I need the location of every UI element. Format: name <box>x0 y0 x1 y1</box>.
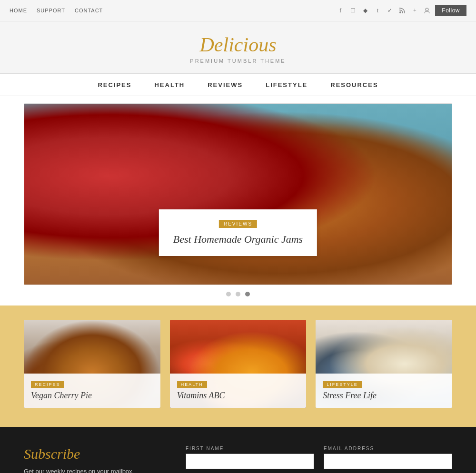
nav-contact[interactable]: CONTACT <box>75 8 103 13</box>
subscribe-left: Subscribe Get our weekly recipes on your… <box>24 446 157 473</box>
nav-reviews[interactable]: REVIEWS <box>208 81 243 89</box>
dot-3[interactable] <box>245 292 250 296</box>
rss-icon[interactable] <box>398 6 407 15</box>
top-nav: HOME SUPPORT CONTACT <box>10 8 103 13</box>
nav-home[interactable]: HOME <box>10 8 27 13</box>
card-overlay-vitamins: HEALTH Vitamins ABC <box>170 374 307 408</box>
subscribe-title: Subscribe <box>24 446 157 462</box>
card-title-lifestyle: Stress Free Life <box>323 391 445 401</box>
tumblr-icon[interactable]: t <box>373 6 382 15</box>
featured-section: RECIPES Vegan Cherry Pie HEALTH Vitamins… <box>0 305 476 427</box>
subscribe-form: FIRST NAME EMAIL ADDRESS SUBSCRIBE <box>186 446 452 473</box>
firstname-input[interactable] <box>186 453 314 469</box>
site-header: Delicious PREMIUM TUMBLR THEME <box>0 21 476 73</box>
hero-container: REVIEWS Best Homemade Organic Jams <box>24 103 452 285</box>
firstname-label: FIRST NAME <box>186 446 314 451</box>
featured-card-vitamins[interactable]: HEALTH Vitamins ABC <box>170 320 307 408</box>
nav-lifestyle[interactable]: LIFESTYLE <box>266 81 307 89</box>
featured-card-lifestyle[interactable]: LIFESTYLE Stress Free Life <box>316 320 452 408</box>
svg-point-0 <box>399 11 401 13</box>
card-overlay-lifestyle: LIFESTYLE Stress Free Life <box>316 374 452 408</box>
nav-recipes[interactable]: RECIPES <box>98 81 131 89</box>
hero-category-badge: REVIEWS <box>219 220 257 228</box>
email-label: EMAIL ADDRESS <box>324 446 452 451</box>
dot-1[interactable] <box>226 292 231 296</box>
nav-health[interactable]: HEALTH <box>154 81 185 89</box>
card-overlay-pie: RECIPES Vegan Cherry Pie <box>24 374 160 408</box>
pinterest-icon[interactable]: ◆ <box>361 6 369 15</box>
card-title-vitamins: Vitamins ABC <box>177 391 299 401</box>
nav-support[interactable]: SUPPORT <box>37 8 65 13</box>
user-icon[interactable] <box>423 6 431 15</box>
firstname-group: FIRST NAME <box>186 446 314 469</box>
subscribe-description: Get our weekly recipes on your mailbox. … <box>24 467 157 473</box>
top-bar: HOME SUPPORT CONTACT f ☐ ◆ t ✓ + Follow <box>0 0 476 21</box>
hero-section: REVIEWS Best Homemade Organic Jams <box>0 96 476 305</box>
hero-image: REVIEWS Best Homemade Organic Jams <box>24 104 452 285</box>
site-title: Delicious <box>10 33 466 56</box>
svg-point-1 <box>426 8 428 11</box>
card-category-lifestyle: LIFESTYLE <box>323 381 362 388</box>
featured-grid: RECIPES Vegan Cherry Pie HEALTH Vitamins… <box>24 320 452 408</box>
card-category-health: HEALTH <box>177 381 207 388</box>
facebook-icon[interactable]: f <box>336 6 345 15</box>
twitter-icon[interactable]: ✓ <box>386 6 394 15</box>
card-category-recipes: RECIPES <box>31 381 64 388</box>
form-row: FIRST NAME EMAIL ADDRESS <box>186 446 452 469</box>
email-input[interactable] <box>324 453 452 469</box>
card-title-pie: Vegan Cherry Pie <box>31 391 153 401</box>
dot-2[interactable] <box>236 292 240 296</box>
featured-card-pie[interactable]: RECIPES Vegan Cherry Pie <box>24 320 160 408</box>
hero-title: Best Homemade Organic Jams <box>173 233 303 246</box>
instagram-icon[interactable]: ☐ <box>348 6 357 15</box>
nav-resources[interactable]: RESOURCES <box>330 81 378 89</box>
top-icons: f ☐ ◆ t ✓ + Follow <box>336 5 466 16</box>
site-subtitle: PREMIUM TUMBLR THEME <box>10 58 466 64</box>
subscribe-section: Subscribe Get our weekly recipes on your… <box>0 427 476 473</box>
slider-dots <box>24 285 452 301</box>
follow-button[interactable]: Follow <box>435 5 466 16</box>
email-group: EMAIL ADDRESS <box>324 446 452 469</box>
main-nav: RECIPES HEALTH REVIEWS LIFESTYLE RESOURC… <box>0 73 476 96</box>
hero-scene <box>24 104 452 285</box>
hero-overlay-card[interactable]: REVIEWS Best Homemade Organic Jams <box>159 209 317 256</box>
plus-icon[interactable]: + <box>410 6 419 15</box>
